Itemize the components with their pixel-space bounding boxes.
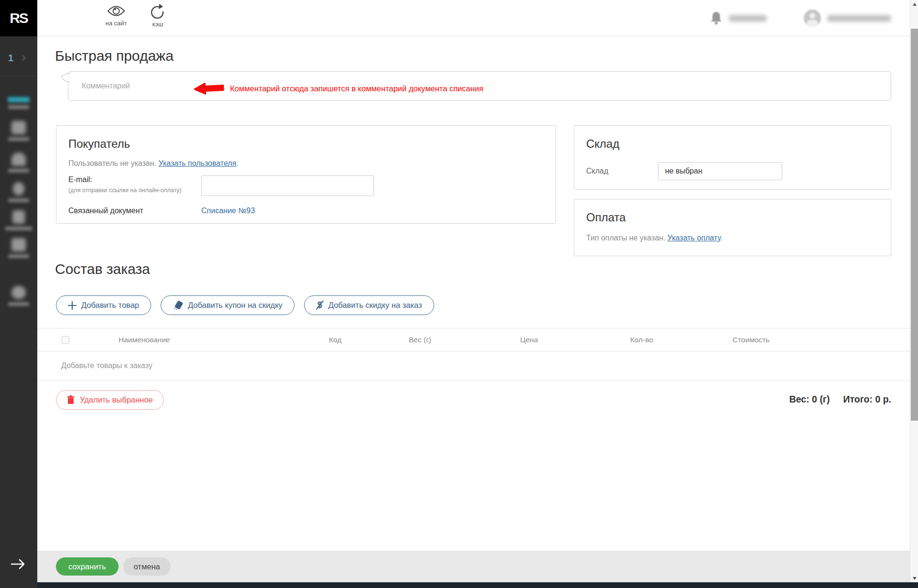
nav-label-blurred [8, 105, 29, 109]
scroll-down-button[interactable] [910, 574, 918, 582]
payment-title: Оплата [586, 211, 879, 224]
warehouse-card: Склад Склад не выбран [574, 125, 891, 190]
notifications-button[interactable] [710, 11, 766, 25]
empty-table-text: Добавьте товары к заказу [61, 361, 153, 370]
period: . [721, 234, 722, 242]
nav-icon-blurred [13, 182, 24, 196]
empty-table-row: Добавьте товары к заказу [37, 351, 910, 381]
nav-icon-blurred [11, 152, 26, 166]
linked-doc-link[interactable]: Списание №93 [201, 207, 255, 215]
user-menu[interactable] [804, 10, 891, 27]
to-site-label: на сайт [106, 20, 127, 27]
select-all-checkbox[interactable] [62, 336, 69, 344]
payment-card: Оплата Тип оплаты не указан. Указать опл… [574, 199, 891, 256]
app-logo[interactable]: RS [0, 0, 37, 36]
email-label: E-mail: [68, 175, 201, 184]
active-nav-icon [8, 97, 30, 102]
scroll-up-button[interactable] [910, 0, 918, 8]
nav-icon-blurred [11, 238, 26, 251]
add-discount-label: Добавить скидку на заказ [328, 301, 422, 310]
order-section-title: Состав заказа [55, 261, 150, 277]
nav-icon-blurred [12, 210, 25, 224]
delete-selected-label: Удалить выбранное [80, 395, 153, 404]
col-header-weight: Вес (г) [409, 336, 520, 344]
trash-icon [67, 395, 75, 404]
scrollbar-thumb[interactable] [911, 29, 918, 421]
bottom-edge-strip [37, 582, 918, 588]
sidebar-collapse-button[interactable] [10, 557, 27, 573]
table-header-row: Наименование Код Вес (г) Цена Кол-во Сто… [37, 328, 910, 351]
arrow-down-icon [913, 577, 917, 580]
avatar [804, 10, 821, 27]
col-header-cost: Стоимость [732, 336, 892, 344]
customer-title: Покупатель [68, 137, 544, 151]
email-field[interactable] [201, 175, 374, 196]
no-dollar-icon: $ [316, 300, 324, 310]
main-content: Быстрая продажа Комментарий отсюда запиш… [37, 36, 910, 588]
save-button[interactable]: сохранить [56, 557, 119, 576]
order-actions: Добавить товар Добавить купон на скидку … [56, 295, 434, 315]
sidebar-pager[interactable]: 1 [0, 50, 37, 66]
order-totals: Вес: 0 (г) Итого: 0 р. [789, 394, 891, 405]
arrow-up-icon [913, 3, 917, 6]
weight-total: Вес: 0 (г) [789, 394, 830, 405]
notifications-label-blurred [729, 15, 766, 22]
set-payment-link[interactable]: Указать оплату [667, 234, 721, 242]
payment-not-set-text: Тип оплаты не указан. [586, 234, 666, 242]
user-name-blurred [828, 15, 891, 22]
comment-input[interactable] [68, 71, 891, 101]
nav-label-blurred [8, 169, 29, 173]
topbar: на сайт кэш [37, 0, 910, 36]
page-title: Быстрая продажа [55, 48, 174, 64]
sidebar-item-active-blurred[interactable] [0, 97, 37, 109]
nav-label-blurred [8, 302, 29, 306]
sidebar-divider [0, 76, 37, 76]
sidebar-item-blurred-5[interactable] [0, 238, 37, 258]
coupon-icon [173, 300, 183, 311]
cancel-button[interactable]: отмена [123, 557, 171, 576]
sidebar-item-blurred-3[interactable] [0, 182, 37, 202]
col-header-code: Код [329, 336, 409, 344]
plus-icon [68, 301, 76, 310]
nav-label-blurred [8, 254, 29, 258]
vertical-scrollbar[interactable] [910, 0, 918, 582]
add-discount-button[interactable]: $ Добавить скидку на заказ [304, 295, 434, 315]
eye-icon [107, 4, 126, 18]
linked-doc-label: Связанный документ [68, 207, 201, 215]
sidebar-pager-label: 1 [8, 53, 13, 64]
add-product-button[interactable]: Добавить товар [56, 295, 151, 315]
sidebar-item-blurred-4[interactable] [0, 210, 37, 230]
add-coupon-button[interactable]: Добавить купон на скидку [161, 295, 295, 315]
customer-card: Покупатель Пользователь не указан. Указа… [56, 125, 556, 224]
bell-icon [710, 11, 722, 25]
to-site-button[interactable]: на сайт [97, 4, 135, 27]
footer-action-bar: сохранить отмена [37, 551, 910, 582]
period: . [236, 159, 238, 167]
sum-total: Итого: 0 р. [843, 394, 892, 405]
cache-button[interactable]: кэш [139, 4, 177, 28]
nav-label-blurred [5, 227, 32, 230]
bubble-tail-icon [61, 73, 71, 84]
delete-selected-button[interactable]: Удалить выбранное [56, 390, 164, 410]
col-header-name: Наименование [119, 336, 329, 344]
refresh-icon [150, 4, 166, 19]
email-labels: E-mail: (для отправки ссылки на онлайн-о… [68, 175, 201, 194]
email-hint: (для отправки ссылки на онлайн-оплату) [68, 187, 201, 194]
sidebar-item-blurred-6[interactable] [0, 286, 37, 306]
comment-bubble [68, 71, 891, 101]
add-coupon-label: Добавить купон на скидку [188, 301, 283, 310]
order-items-table: Наименование Код Вес (г) Цена Кол-во Сто… [37, 328, 910, 381]
warehouse-title: Склад [586, 137, 879, 151]
sidebar-item-blurred-1[interactable] [0, 121, 37, 141]
warehouse-field-label: Склад [586, 167, 658, 175]
sidebar-item-blurred-2[interactable] [0, 152, 37, 173]
topbar-right [710, 0, 891, 36]
warehouse-selected-value: не выбран [665, 167, 702, 175]
arrow-right-icon [10, 557, 27, 571]
warehouse-select[interactable]: не выбран [658, 162, 782, 180]
add-product-label: Добавить товар [81, 301, 139, 310]
sidebar: RS 1 [0, 0, 37, 588]
set-user-link[interactable]: Указать пользователя [159, 159, 237, 167]
chevron-right-icon [20, 55, 25, 60]
nav-label-blurred [8, 198, 29, 202]
